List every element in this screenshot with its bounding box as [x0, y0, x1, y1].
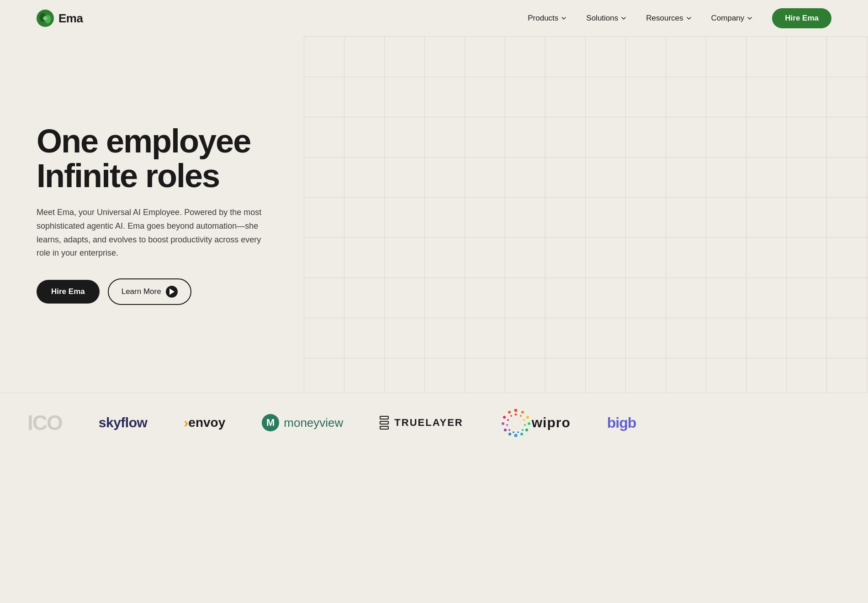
- chevron-down-icon: [746, 15, 753, 21]
- svg-point-5: [521, 411, 524, 414]
- logo-bigb: bigb: [607, 414, 636, 431]
- svg-point-24: [506, 424, 508, 426]
- svg-point-21: [517, 431, 519, 433]
- logo-envoy: › envoy: [184, 415, 225, 430]
- svg-point-27: [511, 418, 520, 427]
- hero-content: One employee Infinite roles Meet Ema, yo…: [37, 124, 265, 305]
- truelayer-icon: [380, 416, 389, 430]
- nav-item-company[interactable]: Company: [704, 10, 761, 26]
- hero-buttons: Hire Ema Learn More: [37, 278, 265, 305]
- svg-point-16: [514, 414, 517, 416]
- logo[interactable]: Ema: [37, 10, 83, 27]
- hero-learn-more-button[interactable]: Learn More: [108, 278, 191, 305]
- logo-wipro: wipro: [500, 407, 571, 439]
- logo-ico: ICO: [27, 410, 62, 435]
- svg-point-20: [522, 429, 524, 431]
- svg-point-17: [520, 415, 522, 417]
- svg-point-26: [510, 415, 512, 417]
- nav-links: Products Solutions Resources Company Hir…: [520, 8, 831, 28]
- navbar: Ema Products Solutions Resources Company: [0, 0, 868, 37]
- moneyview-icon: M: [262, 414, 279, 431]
- svg-point-10: [514, 434, 517, 437]
- logo-truelayer: TRUELAYER: [380, 416, 463, 430]
- chevron-down-icon: [620, 15, 627, 21]
- svg-point-7: [528, 422, 530, 425]
- svg-point-6: [526, 416, 529, 419]
- svg-point-23: [508, 429, 510, 431]
- svg-point-4: [514, 409, 517, 412]
- wipro-icon: [500, 407, 532, 439]
- svg-point-19: [524, 424, 526, 426]
- chevron-down-icon: [561, 15, 567, 21]
- hero-section: One employee Infinite roles Meet Ema, yo…: [0, 37, 868, 393]
- logo-skyflow: skyflow: [99, 415, 148, 430]
- svg-point-18: [523, 419, 525, 421]
- svg-point-22: [513, 431, 514, 433]
- svg-point-3: [43, 16, 48, 21]
- play-triangle: [169, 288, 175, 295]
- svg-point-11: [508, 433, 511, 435]
- logo-text: Ema: [58, 11, 83, 26]
- chevron-down-icon: [686, 15, 692, 21]
- logos-track: ICO skyflow › envoy M moneyview TRUELAYE…: [0, 407, 868, 439]
- logos-bar: ICO skyflow › envoy M moneyview TRUELAYE…: [0, 393, 868, 452]
- grid-background: [304, 37, 868, 393]
- svg-point-14: [503, 416, 506, 419]
- svg-point-9: [520, 433, 523, 435]
- nav-hire-ema-button[interactable]: Hire Ema: [772, 8, 831, 28]
- nav-item-solutions[interactable]: Solutions: [579, 10, 634, 26]
- ema-logo-icon: [37, 10, 54, 27]
- hero-description: Meet Ema, your Universal AI Employee. Po…: [37, 206, 265, 260]
- nav-item-products[interactable]: Products: [520, 10, 574, 26]
- svg-point-15: [508, 411, 511, 414]
- logo-moneyview: M moneyview: [262, 414, 343, 431]
- svg-point-25: [507, 419, 509, 421]
- svg-point-8: [525, 429, 528, 431]
- svg-point-12: [504, 429, 507, 431]
- play-icon: [166, 286, 178, 298]
- nav-item-resources[interactable]: Resources: [639, 10, 699, 26]
- hero-hire-ema-button[interactable]: Hire Ema: [37, 280, 100, 304]
- hero-title: One employee Infinite roles: [37, 124, 265, 193]
- svg-point-13: [502, 422, 504, 425]
